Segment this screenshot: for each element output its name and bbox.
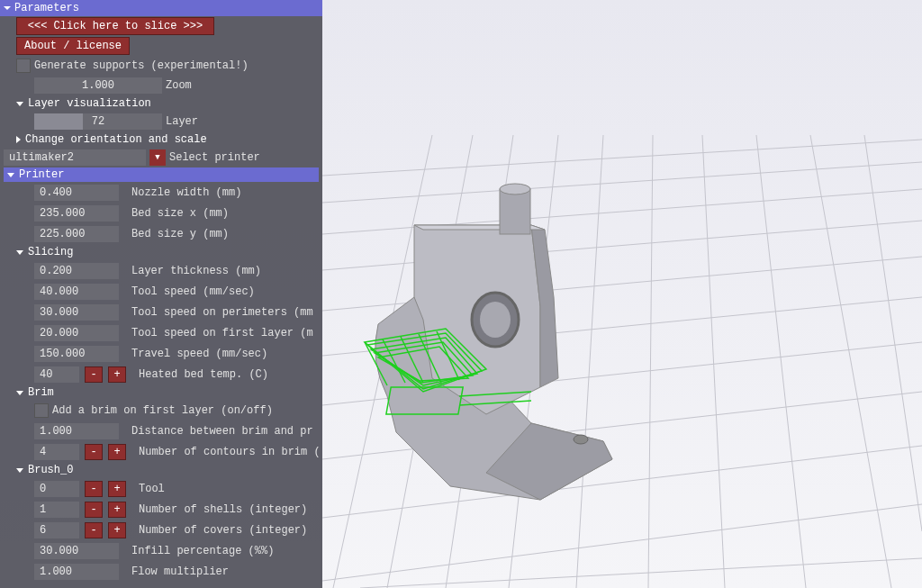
svg-point-24 bbox=[500, 184, 530, 194]
parameters-panel: Parameters <<< Click here to slice >>> A… bbox=[0, 0, 322, 588]
brim-contours-plus[interactable]: + bbox=[108, 444, 126, 460]
perimeter-speed-input[interactable] bbox=[34, 304, 119, 321]
zoom-label: Zoom bbox=[166, 79, 192, 92]
covers-input[interactable] bbox=[34, 522, 79, 538]
layer-slider[interactable]: 72 bbox=[34, 113, 162, 130]
section-brush0[interactable]: Brush_0 bbox=[0, 462, 322, 478]
bed-y-label: Bed size y (mm) bbox=[131, 228, 229, 240]
chevron-down-icon bbox=[16, 391, 23, 395]
svg-line-18 bbox=[756, 135, 806, 588]
generate-supports-label: Generate supports (experimental!) bbox=[34, 59, 249, 72]
section-orientation[interactable]: Change orientation and scale bbox=[0, 131, 322, 148]
svg-line-9 bbox=[322, 504, 922, 581]
zoom-slider[interactable]: 1.000 bbox=[34, 77, 162, 94]
shells-minus[interactable]: - bbox=[85, 502, 103, 518]
bed-x-label: Bed size x (mm) bbox=[131, 207, 229, 220]
tool-plus[interactable]: + bbox=[108, 481, 126, 497]
bed-y-input[interactable] bbox=[34, 226, 119, 242]
printer-select[interactable] bbox=[4, 149, 146, 166]
flow-input[interactable] bbox=[34, 564, 119, 580]
chevron-right-icon bbox=[16, 136, 21, 143]
panel-titlebar[interactable]: Parameters bbox=[0, 0, 322, 16]
heated-bed-minus[interactable]: - bbox=[85, 366, 103, 383]
slice-button[interactable]: <<< Click here to slice >>> bbox=[16, 17, 214, 35]
first-layer-speed-input[interactable] bbox=[34, 325, 119, 341]
about-button[interactable]: About / license bbox=[16, 37, 130, 55]
infill-input[interactable] bbox=[34, 543, 119, 559]
generate-supports-checkbox[interactable] bbox=[16, 59, 31, 73]
section-slicing[interactable]: Slicing bbox=[0, 244, 322, 260]
brim-contours-input[interactable] bbox=[34, 444, 79, 460]
svg-point-22 bbox=[480, 302, 511, 338]
covers-minus[interactable]: - bbox=[85, 522, 103, 538]
printer-select-label: Select printer bbox=[169, 151, 260, 164]
svg-point-33 bbox=[574, 435, 588, 444]
section-layer-viz[interactable]: Layer visualization bbox=[0, 95, 322, 112]
svg-rect-23 bbox=[500, 189, 530, 234]
svg-line-15 bbox=[576, 135, 603, 588]
svg-line-0 bbox=[322, 140, 922, 176]
svg-line-17 bbox=[702, 135, 725, 588]
travel-speed-input[interactable] bbox=[34, 346, 119, 362]
shells-input[interactable] bbox=[34, 502, 79, 518]
layer-label: Layer bbox=[166, 115, 198, 128]
section-brim[interactable]: Brim bbox=[0, 384, 322, 401]
svg-line-1 bbox=[322, 162, 922, 203]
chevron-down-icon bbox=[16, 468, 23, 473]
collapse-icon bbox=[4, 6, 11, 10]
brim-distance-input[interactable] bbox=[34, 423, 119, 439]
dropdown-arrow-icon[interactable]: ▼ bbox=[149, 149, 166, 166]
layer-thickness-input[interactable] bbox=[34, 263, 119, 279]
bed-x-input[interactable] bbox=[34, 205, 119, 222]
model-benchy bbox=[365, 184, 612, 500]
shells-plus[interactable]: + bbox=[108, 502, 126, 518]
heated-bed-input[interactable] bbox=[34, 366, 79, 383]
chevron-down-icon bbox=[7, 173, 14, 177]
chevron-down-icon bbox=[16, 102, 23, 106]
covers-plus[interactable]: + bbox=[108, 522, 126, 538]
svg-line-19 bbox=[810, 135, 891, 588]
nozzle-width-label: Nozzle width (mm) bbox=[131, 186, 241, 199]
tool-input[interactable] bbox=[34, 481, 79, 497]
panel-title: Parameters bbox=[14, 2, 79, 14]
nozzle-width-input[interactable] bbox=[34, 185, 119, 201]
heated-bed-plus[interactable]: + bbox=[108, 366, 126, 383]
chevron-down-icon bbox=[16, 250, 23, 255]
svg-line-10 bbox=[360, 558, 922, 588]
tool-speed-input[interactable] bbox=[34, 284, 119, 300]
section-printer[interactable]: Printer bbox=[4, 167, 319, 182]
brim-contours-minus[interactable]: - bbox=[85, 444, 103, 460]
svg-line-20 bbox=[864, 135, 922, 531]
brim-checkbox[interactable] bbox=[34, 403, 49, 418]
tool-minus[interactable]: - bbox=[85, 481, 103, 497]
svg-line-16 bbox=[648, 135, 653, 588]
